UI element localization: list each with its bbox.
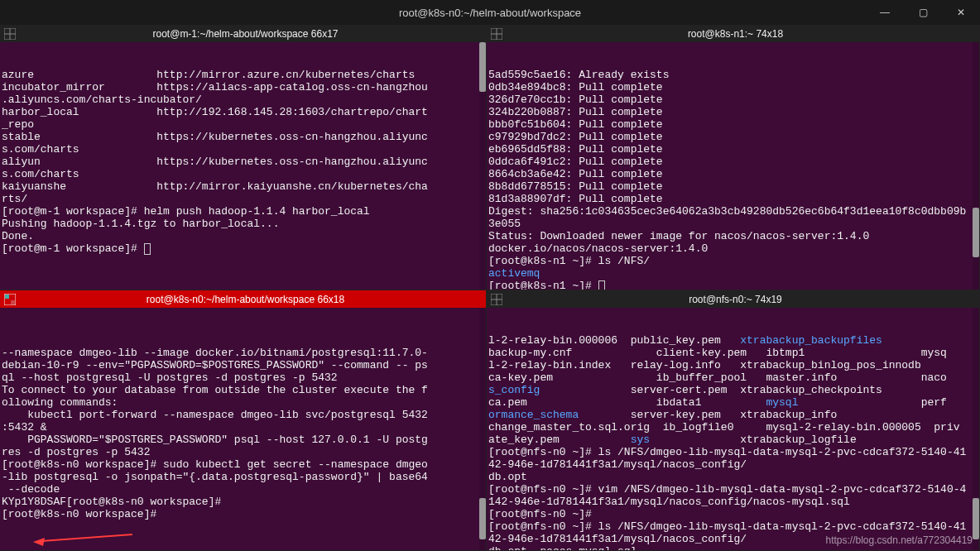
terminal-line: azure http://mirror.azure.cn/kubernetes/… — [2, 69, 484, 81]
scrollbar[interactable] — [973, 42, 979, 290]
terminal-line: Pushing hadoop-1.1.4.tgz to harbor_local… — [2, 218, 484, 230]
terminal-line: bbb0fc51b604: Pull complete — [488, 118, 978, 131]
terminal-line: [root@k8s-n1 ~]# ls /NFS/ — [488, 255, 978, 267]
pane-top-right: root@k8s-n1:~ 74x18 5ad559c5ae16: Alread… — [487, 25, 980, 290]
terminal-line: l-2-relay-bin.index relay-log.info xtrab… — [488, 359, 978, 371]
terminal-line: --decode — [2, 483, 484, 496]
terminal-line: [root@nfs-n0 ~]# — [488, 508, 978, 520]
terminal-line: docker.io/nacos/nacos-server:1.4.0 — [488, 242, 978, 255]
scroll-thumb[interactable] — [479, 498, 486, 539]
cursor — [598, 280, 605, 290]
terminal-line: aliyun https://kubernetes.oss-cn-hangzho… — [2, 156, 484, 168]
terminal-line: harbor_local http://192.168.145.28:1603/… — [2, 106, 484, 118]
terminal-line: Done. — [2, 230, 484, 242]
terminal-line: _repo — [2, 118, 484, 131]
close-button[interactable]: ✕ — [942, 0, 980, 25]
terminal-line: stable https://kubernetes.oss-cn-hangzho… — [2, 131, 484, 143]
terminal-line: 81d3a88907df: Pull complete — [488, 193, 978, 205]
pane-split-icon — [488, 291, 505, 308]
terminal-line: Status: Downloaded newer image for nacos… — [488, 230, 978, 242]
terminal-top-right[interactable]: 5ad559c5ae16: Already exists0db34e894bc8… — [487, 42, 979, 290]
terminal-line: rts/ — [2, 193, 484, 205]
terminal-line: l-2-relay-bin.000006 public_key.pem xtra… — [488, 334, 978, 347]
terminal-line: 0ddca6f491c2: Pull complete — [488, 156, 978, 168]
terminal-top-left[interactable]: azure http://mirror.azure.cn/kubernetes/… — [0, 42, 486, 290]
terminal-line: --namespace dmgeo-lib --image docker.io/… — [2, 347, 484, 359]
terminal-line: 8664cb3a6e42: Pull complete — [488, 168, 978, 180]
terminal-line: [root@m-1 workspace]# — [2, 242, 484, 255]
scrollbar[interactable] — [479, 308, 486, 550]
terminal-line: KYp1Y8DSAF[root@k8s-n0 workspace]# — [2, 496, 484, 508]
terminal-line: 8b8dd6778515: Pull complete — [488, 180, 978, 193]
terminal-line: 326d7e70cc1b: Pull complete — [488, 93, 978, 106]
terminal-line: 3e055 — [488, 218, 978, 230]
terminal-line: To connect to your database from outside… — [2, 384, 484, 396]
pane-grid: root@m-1:~/helm-about/workspace 66x17 az… — [0, 25, 980, 551]
tab-title: root@k8s-n1:~ 74x18 — [508, 28, 979, 40]
terminal-line: 42-946e-1d781441f3a1/mysql/nacos_config/ — [488, 458, 978, 471]
minimize-button[interactable]: — — [866, 0, 904, 25]
terminal-line: kubectl port-forward --namespace dmgeo-l… — [2, 409, 484, 421]
terminal-line: ollowing commands: — [2, 396, 484, 409]
terminal-line: db.opt — [488, 471, 978, 483]
terminal-line: [root@k8s-n0 workspace]# — [2, 508, 484, 520]
pane-top-left: root@m-1:~/helm-about/workspace 66x17 az… — [0, 25, 487, 290]
annotation-arrow — [33, 533, 132, 546]
terminal-line: [root@k8s-n1 ~]# — [488, 280, 978, 290]
scrollbar[interactable] — [973, 308, 979, 550]
scroll-thumb[interactable] — [479, 42, 486, 92]
terminal-line: 324b220b0887: Pull complete — [488, 106, 978, 118]
terminal-line: PGPASSWORD="$POSTGRES_PASSWORD" psql --h… — [2, 434, 484, 446]
terminal-line: 5ad559c5ae16: Already exists — [488, 69, 978, 81]
cursor — [144, 243, 151, 255]
maximize-button[interactable]: ▢ — [904, 0, 942, 25]
terminal-line: Digest: sha256:1c034635cec3e64062a3b3cb4… — [488, 205, 978, 218]
terminal-line: [root@nfs-n0 ~]# ls /NFS/dmgeo-lib-mysql… — [488, 446, 978, 458]
scrollbar[interactable] — [479, 42, 486, 290]
window-titlebar: root@k8s-n0:~/helm-about/workspace — ▢ ✕ — [0, 0, 980, 25]
watermark: https://blog.csdn.net/a772304419 — [826, 534, 973, 547]
terminal-bottom-left[interactable]: --namespace dmgeo-lib --image docker.io/… — [0, 308, 486, 550]
terminal-line: [root@k8s-n0 workspace]# sudo kubectl ge… — [2, 458, 484, 471]
terminal-line: 142-946e-1d781441f3a1/mysql/nacos_config… — [488, 496, 978, 508]
terminal-line: activemq — [488, 267, 978, 280]
terminal-line: .aliyuncs.com/charts-incubator/ — [2, 93, 484, 106]
terminal-line: eb6965dd5f88: Pull complete — [488, 143, 978, 156]
tab-title: root@m-1:~/helm-about/workspace 66x17 — [22, 28, 486, 40]
window-title: root@k8s-n0:~/helm-about/workspace — [399, 7, 581, 19]
svg-line-9 — [41, 534, 132, 541]
terminal-line: kaiyuanshe http://mirror.kaiyuanshe.cn/k… — [2, 180, 484, 193]
window-buttons: — ▢ ✕ — [866, 0, 980, 25]
terminal-line: [root@m-1 workspace]# helm push hadoop-1… — [2, 205, 484, 218]
terminal-line: [root@nfs-n0 ~]# vim /NFS/dmgeo-lib-mysq… — [488, 483, 978, 496]
pane-split-icon — [2, 26, 18, 42]
terminal-line: ca.pem ibdata1 mysql perf — [488, 396, 978, 409]
svg-rect-8 — [11, 300, 15, 304]
terminal-line: backup-my.cnf client-key.pem ibtmp1 mysq — [488, 347, 978, 359]
terminal-line: -lib postgresql -o jsonpath="{.data.post… — [2, 471, 484, 483]
terminal-line: c97929bd7dc2: Pull complete — [488, 131, 978, 143]
scroll-thumb[interactable] — [973, 498, 979, 539]
terminal-line: incubator_mirror https://aliacs-app-cata… — [2, 81, 484, 93]
terminal-line: s.com/charts — [2, 168, 484, 180]
pane-bottom-left: root@k8s-n0:~/helm-about/workspace 66x18… — [0, 290, 487, 551]
terminal-line: :5432 & — [2, 421, 484, 434]
scroll-thumb[interactable] — [973, 208, 979, 257]
tab-bottom-left[interactable]: root@k8s-n0:~/helm-about/workspace 66x18 — [0, 290, 486, 308]
pane-split-icon — [488, 26, 505, 42]
tab-top-right[interactable]: root@k8s-n1:~ 74x18 — [487, 25, 979, 42]
terminal-line: change_master_to.sql.orig ib_logfile0 my… — [488, 421, 978, 434]
terminal-line: ql --host postgresql -U postgres -d post… — [2, 371, 484, 384]
terminal-bottom-right[interactable]: l-2-relay-bin.000006 public_key.pem xtra… — [487, 308, 979, 550]
terminal-line: ate_key.pem sys xtrabackup_logfile — [488, 434, 978, 446]
tab-bottom-right[interactable]: root@nfs-n0:~ 74x19 — [487, 290, 979, 308]
terminal-line: [root@nfs-n0 ~]# ls /NFS/dmgeo-lib-mysql… — [488, 520, 978, 533]
pane-split-icon — [2, 291, 18, 308]
tab-top-left[interactable]: root@m-1:~/helm-about/workspace 66x17 — [0, 25, 486, 42]
tab-title: root@k8s-n0:~/helm-about/workspace 66x18 — [22, 294, 486, 305]
svg-rect-7 — [5, 295, 9, 299]
terminal-line: ca-key.pem ib_buffer_pool master.info na… — [488, 371, 978, 384]
pane-bottom-right: root@nfs-n0:~ 74x19 l-2-relay-bin.000006… — [487, 290, 980, 551]
terminal-line: res -d postgres -p 5432 — [2, 446, 484, 458]
terminal-line: s.com/charts — [2, 143, 484, 156]
